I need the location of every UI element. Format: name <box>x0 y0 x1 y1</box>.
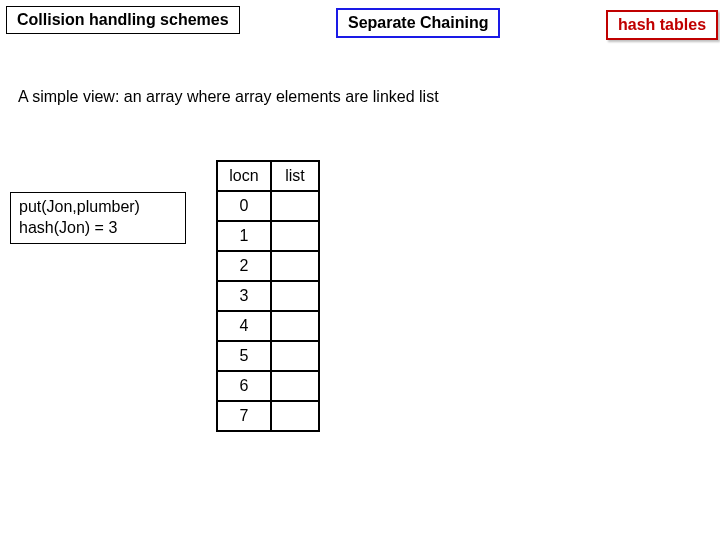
cell-list <box>271 281 319 311</box>
cell-list <box>271 401 319 431</box>
table-row: 6 <box>217 371 319 401</box>
table-row: 0 <box>217 191 319 221</box>
table-row: 1 <box>217 221 319 251</box>
cell-list <box>271 341 319 371</box>
cell-list <box>271 221 319 251</box>
topic-box: Collision handling schemes <box>6 6 240 34</box>
table-row: 2 <box>217 251 319 281</box>
operation-put: put(Jon,plumber) <box>19 197 177 218</box>
cell-locn: 5 <box>217 341 271 371</box>
cell-locn: 7 <box>217 401 271 431</box>
cell-list <box>271 371 319 401</box>
table-row: 5 <box>217 341 319 371</box>
header-list: list <box>271 161 319 191</box>
method-label: Separate Chaining <box>348 14 488 31</box>
topic-label: Collision handling schemes <box>17 11 229 28</box>
cell-locn: 4 <box>217 311 271 341</box>
bucket-table: locn list 0 1 2 3 4 5 6 <box>216 160 320 432</box>
category-box: hash tables <box>606 10 718 40</box>
description-text: A simple view: an array where array elem… <box>18 88 439 106</box>
cell-list <box>271 311 319 341</box>
operation-hash: hash(Jon) = 3 <box>19 218 177 239</box>
table-row: 3 <box>217 281 319 311</box>
header-locn: locn <box>217 161 271 191</box>
table-row: 7 <box>217 401 319 431</box>
table-header-row: locn list <box>217 161 319 191</box>
method-box: Separate Chaining <box>336 8 500 38</box>
operation-annotation: put(Jon,plumber) hash(Jon) = 3 <box>10 192 186 244</box>
cell-locn: 1 <box>217 221 271 251</box>
cell-locn: 6 <box>217 371 271 401</box>
table-row: 4 <box>217 311 319 341</box>
cell-list <box>271 191 319 221</box>
cell-locn: 2 <box>217 251 271 281</box>
cell-list <box>271 251 319 281</box>
category-label: hash tables <box>618 16 706 33</box>
cell-locn: 0 <box>217 191 271 221</box>
cell-locn: 3 <box>217 281 271 311</box>
